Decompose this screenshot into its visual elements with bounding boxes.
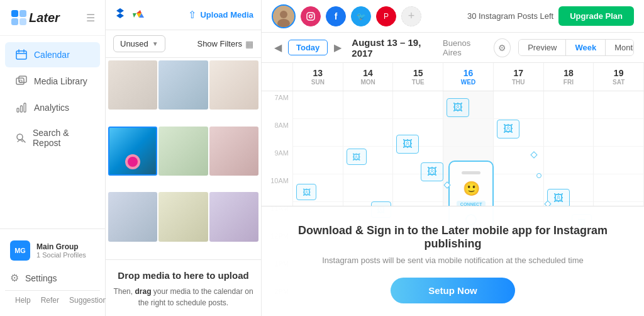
svg-rect-4 <box>16 51 26 59</box>
cal-cell-0-0[interactable] <box>293 91 343 119</box>
dropbox-icon[interactable] <box>113 6 127 23</box>
svg-rect-12 <box>21 106 23 112</box>
svg-rect-11 <box>17 108 19 112</box>
topbar: f 🐦 P + 30 Instagram Posts Left Upgrade … <box>262 0 644 33</box>
media-thumb[interactable] <box>158 127 208 176</box>
logo-icon <box>10 9 28 26</box>
media-thumb[interactable] <box>108 60 157 110</box>
cal-cell-1-2[interactable] <box>393 119 443 147</box>
cal-cell-2-4[interactable] <box>494 147 544 174</box>
show-filters-button[interactable]: Show Filters ▦ <box>197 39 253 49</box>
today-button[interactable]: Today <box>288 40 328 55</box>
cal-cell-0-4[interactable] <box>494 91 544 119</box>
group-sub: 1 Social Profiles <box>36 251 86 259</box>
date-range: August 13 – 19, 2017 <box>352 37 435 59</box>
next-arrow-button[interactable]: ▶ <box>331 39 344 56</box>
instagram-icon[interactable] <box>301 6 321 26</box>
cal-cell-3-3[interactable] <box>443 174 494 202</box>
media-thumb[interactable] <box>108 127 157 176</box>
cal-cell-2-5[interactable] <box>544 147 594 174</box>
calendar-grid: 13 SUN 14 MON 15 TUE 16 WED 17 THU 18 FR… <box>262 63 644 316</box>
svg-rect-3 <box>19 18 26 25</box>
time-label-7am: 7AM <box>262 91 293 119</box>
add-social-icon[interactable]: + <box>401 6 421 26</box>
cal-cell-0-2[interactable] <box>393 91 443 119</box>
sidebar-item-search-repost[interactable]: Search & Repost <box>5 121 100 154</box>
day-header-3: 16 WED <box>443 63 494 91</box>
group-avatar: MG <box>10 240 30 261</box>
profile-avatar[interactable] <box>272 4 296 28</box>
day-header-5: 18 FRI <box>544 63 594 91</box>
tab-preview[interactable]: Preview <box>519 40 566 55</box>
cal-cell-2-1[interactable] <box>343 147 394 174</box>
upgrade-plan-button[interactable]: Upgrade Plan <box>558 6 634 26</box>
refer-link[interactable]: Refer <box>41 296 59 305</box>
sidebar-item-media-library[interactable]: Media Library <box>5 69 100 94</box>
cal-cell-1-0[interactable] <box>293 119 343 147</box>
overlay-title: Download & Sign in to the Later mobile a… <box>274 224 631 251</box>
media-thumb[interactable] <box>209 60 258 110</box>
logo-text: Later <box>29 11 60 25</box>
cal-cell-0-6[interactable] <box>594 91 644 119</box>
svg-rect-0 <box>11 10 18 17</box>
prev-arrow-button[interactable]: ◀ <box>272 39 284 56</box>
show-filters-label: Show Filters <box>197 39 242 48</box>
cal-cell-2-3[interactable] <box>443 147 494 174</box>
upload-area[interactable]: ⇧ Upload Media <box>188 9 253 21</box>
sidebar-item-calendar[interactable]: Calendar <box>5 42 100 67</box>
day-header-1: 14 MON <box>343 63 394 91</box>
cal-cell-2-2[interactable] <box>393 147 443 174</box>
cal-cell-2-0[interactable] <box>293 147 343 174</box>
hamburger-icon[interactable]: ☰ <box>86 12 95 24</box>
view-tabs: Preview Week Month <box>518 39 634 56</box>
cal-cell-0-5[interactable] <box>544 91 594 119</box>
drop-zone: Drop media to here to upload Then, drag … <box>106 259 261 316</box>
cal-cell-1-3[interactable] <box>443 119 494 147</box>
overlay-panel: Download & Sign in to the Later mobile a… <box>262 206 644 316</box>
chevron-down-icon: ▼ <box>152 40 158 47</box>
facebook-icon[interactable]: f <box>326 6 346 26</box>
media-thumb[interactable] <box>108 192 157 241</box>
cal-cell-3-0[interactable] <box>293 174 343 202</box>
setup-now-button[interactable]: Setup Now <box>391 278 515 303</box>
cal-cell-1-4[interactable] <box>494 119 544 147</box>
cal-cell-1-1[interactable] <box>343 119 394 147</box>
cal-cell-1-6[interactable] <box>594 119 644 147</box>
pinterest-icon[interactable]: P <box>376 6 396 26</box>
media-thumb[interactable] <box>158 60 208 110</box>
avatar-image <box>273 6 294 27</box>
settings-item[interactable]: ⚙ Settings <box>5 267 100 289</box>
time-header-cell <box>262 63 293 91</box>
sidebar-item-analytics[interactable]: Analytics <box>5 95 100 120</box>
group-item[interactable]: MG Main Group 1 Social Profiles <box>5 235 100 266</box>
help-link[interactable]: Help <box>15 296 31 305</box>
suggestions-link[interactable]: Suggestions <box>69 296 111 305</box>
app-logo: Later <box>10 9 60 26</box>
filter-select[interactable]: Unused ▼ <box>113 35 165 52</box>
media-library-icon <box>15 75 28 87</box>
cal-cell-0-1[interactable] <box>343 91 394 119</box>
svg-rect-9 <box>19 76 26 82</box>
cal-cell-3-6[interactable] <box>594 174 644 202</box>
cal-cell-3-5[interactable] <box>544 174 594 202</box>
media-thumb[interactable] <box>158 192 208 241</box>
drop-desc-before: Then, <box>113 287 135 296</box>
group-name: Main Group <box>36 242 86 251</box>
upload-label[interactable]: Upload Media <box>200 10 253 20</box>
settings-icon: ⚙ <box>10 272 19 284</box>
tab-month[interactable]: Month <box>606 40 634 55</box>
cal-cell-1-5[interactable] <box>544 119 594 147</box>
media-thumb[interactable] <box>209 127 258 176</box>
nav-arrows: ◀ Today ▶ <box>272 39 344 56</box>
cal-cell-2-6[interactable] <box>594 147 644 174</box>
calendar-settings-button[interactable]: ⚙ <box>494 38 511 57</box>
cal-cell-0-3[interactable] <box>443 91 494 119</box>
twitter-icon[interactable]: 🐦 <box>351 6 371 26</box>
media-thumb[interactable] <box>209 192 258 241</box>
calendar-icon <box>15 48 28 61</box>
tab-week[interactable]: Week <box>566 40 606 55</box>
cal-cell-3-2[interactable] <box>393 174 443 202</box>
google-drive-icon[interactable] <box>132 8 145 23</box>
cal-cell-3-1[interactable] <box>343 174 394 202</box>
cal-cell-3-4[interactable] <box>494 174 544 202</box>
